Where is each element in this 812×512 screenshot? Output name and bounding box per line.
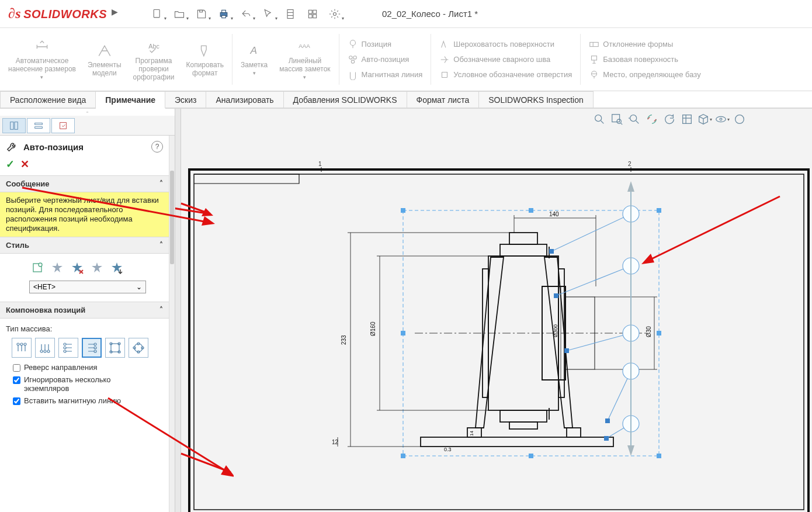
svg-rect-58 — [683, 115, 692, 124]
hole-callout-button[interactable]: Условное обозначение отверстия — [437, 67, 574, 82]
svg-rect-116 — [549, 249, 554, 254]
undo-button[interactable]: ▾ — [235, 5, 256, 23]
message-box: Выберите чертежный лист/вид для вставки … — [0, 192, 169, 237]
graphics-area[interactable]: ▾ ▾ 1 2 — [175, 109, 812, 512]
svg-rect-9 — [313, 14, 317, 18]
svg-rect-86 — [509, 422, 537, 429]
chevron-up-icon: ˄ — [159, 179, 163, 188]
tab-sheet-format[interactable]: Формат листа — [407, 91, 480, 108]
hide-show-icon[interactable]: ▾ — [714, 111, 730, 127]
settings-button[interactable]: ▾ — [324, 5, 345, 23]
tab-evaluate[interactable]: Анализировать — [206, 91, 283, 108]
style-apply-icon[interactable] — [29, 260, 46, 276]
note-button[interactable]: A Заметка▾ — [235, 28, 273, 91]
magnetic-line-button[interactable]: Магнитная линия — [345, 67, 425, 82]
svg-text:1: 1 — [318, 161, 322, 167]
format-painter-button[interactable]: Копировать формат — [180, 28, 230, 91]
geom-tolerance-button[interactable]: Отклонение формы — [587, 37, 703, 52]
pattern-left-button[interactable] — [58, 338, 78, 358]
zoom-area-icon[interactable] — [609, 111, 625, 127]
svg-point-33 — [20, 343, 23, 345]
svg-point-37 — [47, 350, 50, 352]
tab-sketch[interactable]: Эскиз — [165, 91, 206, 108]
style-save-icon[interactable] — [89, 260, 105, 276]
svg-marker-28 — [52, 262, 63, 272]
zoom-fit-icon[interactable] — [591, 111, 608, 127]
rotate-view-icon[interactable] — [661, 111, 678, 127]
style-add-icon[interactable] — [49, 260, 65, 276]
style-load-icon[interactable] — [109, 260, 125, 276]
surface-finish-button[interactable]: Шероховатость поверхности — [437, 37, 574, 52]
panel-scrollbar[interactable] — [169, 136, 175, 512]
pattern-top-button[interactable] — [12, 338, 32, 358]
ignore-checkbox[interactable]: Игнорировать несколько экземпляров — [6, 373, 163, 395]
svg-rect-76 — [657, 331, 661, 335]
pattern-circular-button[interactable] — [129, 338, 148, 358]
pin-icon[interactable]: ◦ — [0, 109, 175, 116]
new-button[interactable]: ▾ — [147, 5, 168, 23]
pattern-right-button[interactable] — [82, 338, 102, 358]
panel-title: Авто-позиция — [23, 142, 147, 152]
svg-rect-119 — [554, 293, 558, 298]
array-type-label: Тип массива: — [6, 322, 163, 335]
save-button[interactable]: ▾ — [191, 5, 212, 23]
datum-button[interactable]: Базовая поверхность — [587, 52, 703, 67]
svg-point-32 — [17, 343, 19, 345]
style-select[interactable]: <НЕТ>⌄ — [29, 281, 146, 293]
help-icon[interactable]: ? — [151, 141, 163, 153]
config-tab[interactable] — [51, 118, 75, 133]
view-toolbar: ▾ ▾ — [591, 111, 748, 127]
chevron-right-icon[interactable]: ▶ — [112, 7, 119, 21]
drawing-canvas[interactable]: 1 2 — [187, 134, 812, 512]
model-items-button[interactable]: Элементы модели — [82, 28, 127, 91]
svg-text:Ø160: Ø160 — [370, 321, 376, 336]
svg-text:233: 233 — [341, 335, 347, 345]
svg-rect-5 — [287, 9, 293, 18]
select-button[interactable]: ▾ — [258, 5, 279, 23]
svg-marker-131 — [627, 445, 634, 456]
svg-text:AAA: AAA — [299, 43, 310, 49]
linear-note-button[interactable]: AAA Линейный массив заметок▾ — [273, 28, 336, 91]
cancel-button[interactable]: ✕ — [20, 158, 29, 171]
feature-manager-tab[interactable] — [2, 118, 26, 133]
pattern-bottom-button[interactable] — [35, 338, 55, 358]
datum-target-button[interactable]: Место, определяющее базу — [587, 67, 703, 82]
svg-rect-122 — [564, 348, 569, 353]
pattern-square-button[interactable] — [105, 338, 125, 358]
property-tab[interactable] — [27, 118, 50, 133]
appearance-icon[interactable] — [731, 111, 748, 127]
rebuild-button[interactable] — [280, 5, 301, 23]
svg-rect-127 — [604, 436, 609, 441]
tab-inspection[interactable]: SOLIDWORKS Inspection — [479, 91, 594, 108]
svg-text:0.3: 0.3 — [444, 447, 452, 452]
options-button[interactable] — [302, 5, 323, 23]
tab-view-layout[interactable]: Расположение вида — [0, 91, 96, 108]
open-button[interactable]: ▾ — [169, 5, 190, 23]
document-title: 02_02_Колесо - Лист1 * — [382, 9, 478, 19]
style-delete-icon[interactable] — [69, 260, 85, 276]
auto-dimension-button[interactable]: Автоматическое нанесение размеров▾ — [2, 28, 82, 91]
print-button[interactable]: ▾ — [213, 5, 234, 23]
spellcheck-button[interactable]: Abc Программа проверки орфографии — [127, 28, 181, 91]
balloon-button[interactable]: Позиция — [345, 37, 425, 52]
view-cube-icon[interactable]: ▾ — [696, 111, 713, 127]
svg-rect-79 — [567, 428, 581, 437]
svg-rect-6 — [308, 10, 312, 13]
magnetic-checkbox[interactable]: Вставить магнитную линию — [6, 395, 163, 407]
section-layout-header[interactable]: Компоновка позиций˄ — [0, 302, 169, 319]
splitter[interactable] — [175, 109, 181, 512]
svg-point-42 — [94, 347, 96, 349]
section-message-header[interactable]: Сообщение˄ — [0, 175, 169, 192]
prev-view-icon[interactable] — [626, 111, 643, 127]
weld-symbol-button[interactable]: Обозначение сварного шва — [437, 52, 574, 67]
section-style-header[interactable]: Стиль˄ — [0, 237, 169, 254]
auto-balloon-button[interactable]: Авто-позиция — [345, 52, 425, 67]
tab-addins[interactable]: Добавления SOLIDWORKS — [284, 91, 407, 108]
tab-annotation[interactable]: Примечание — [96, 91, 165, 109]
svg-rect-44 — [111, 344, 119, 352]
svg-point-34 — [24, 343, 26, 345]
display-style-icon[interactable] — [679, 111, 695, 127]
reverse-checkbox[interactable]: Реверс направления — [6, 361, 163, 373]
section-view-icon[interactable] — [644, 111, 660, 127]
ok-button[interactable]: ✓ — [6, 158, 15, 171]
